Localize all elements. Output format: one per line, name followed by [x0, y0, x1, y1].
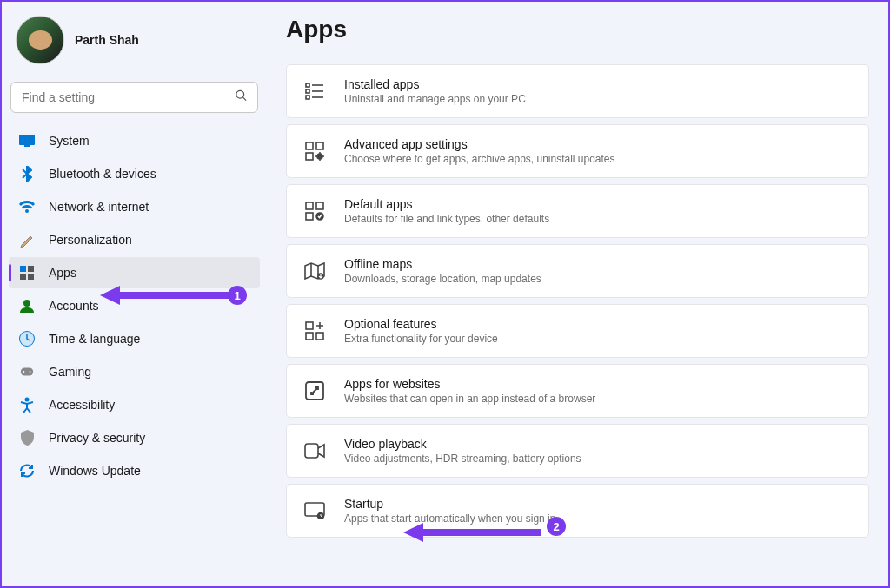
avatar — [16, 16, 64, 64]
profile-section[interactable]: Parth Shah — [9, 10, 260, 78]
sidebar-item-privacy[interactable]: Privacy & security — [9, 422, 260, 453]
map-icon — [304, 261, 325, 281]
accessibility-icon — [19, 397, 35, 413]
card-optional-features[interactable]: Optional features Extra functionality fo… — [286, 304, 869, 358]
nav-label: Personalization — [49, 233, 132, 247]
update-icon — [19, 463, 35, 479]
search-box — [10, 82, 258, 113]
user-name: Parth Shah — [75, 33, 139, 47]
display-icon — [19, 133, 35, 149]
card-default-apps[interactable]: Default apps Defaults for file and link … — [286, 184, 869, 238]
sidebar-item-accessibility[interactable]: Accessibility — [9, 389, 260, 420]
link-icon — [304, 380, 325, 401]
card-subtitle: Extra functionality for your device — [344, 333, 498, 345]
svg-point-0 — [236, 90, 244, 98]
card-title: Default apps — [344, 197, 549, 211]
card-title: Installed apps — [344, 77, 526, 91]
annotation-arrow-2 — [402, 521, 541, 544]
sidebar-item-bluetooth[interactable]: Bluetooth & devices — [9, 158, 260, 189]
nav-label: Accessibility — [49, 398, 115, 412]
grid-check-icon — [304, 201, 325, 221]
sidebar-item-gaming[interactable]: Gaming — [9, 356, 260, 387]
card-title: Offline maps — [344, 257, 541, 271]
list-icon — [304, 81, 325, 102]
svg-rect-25 — [306, 202, 313, 209]
sidebar-item-update[interactable]: Windows Update — [9, 455, 260, 486]
svg-rect-3 — [24, 145, 30, 147]
annotation-badge-2: 2 — [547, 517, 566, 536]
card-subtitle: Video adjustments, HDR streaming, batter… — [344, 453, 581, 465]
nav-label: Windows Update — [49, 464, 141, 478]
card-video-playback[interactable]: Video playback Video adjustments, HDR st… — [286, 424, 869, 478]
svg-point-12 — [23, 371, 25, 373]
svg-rect-16 — [306, 89, 309, 93]
wifi-icon — [19, 199, 35, 215]
svg-rect-22 — [316, 142, 323, 149]
card-title: Advanced app settings — [344, 137, 615, 151]
svg-rect-2 — [19, 135, 35, 145]
card-subtitle: Downloads, storage location, map updates — [344, 273, 541, 285]
svg-rect-31 — [306, 333, 313, 340]
card-subtitle: Defaults for file and link types, other … — [344, 213, 549, 225]
nav-label: Gaming — [49, 365, 91, 379]
sidebar-item-system[interactable]: System — [9, 125, 260, 156]
annotation-badge-1: 1 — [228, 286, 247, 305]
sidebar-item-network[interactable]: Network & internet — [9, 191, 260, 222]
card-apps-for-websites[interactable]: Apps for websites Websites that can open… — [286, 364, 869, 418]
card-title: Startup — [344, 497, 555, 511]
nav-label: Accounts — [49, 299, 99, 313]
svg-point-8 — [23, 300, 30, 307]
svg-rect-30 — [306, 322, 313, 329]
svg-rect-6 — [20, 274, 26, 280]
person-icon — [19, 298, 35, 314]
card-startup[interactable]: Startup Apps that start automatically wh… — [286, 484, 869, 538]
nav-label: Bluetooth & devices — [49, 167, 156, 181]
svg-rect-21 — [306, 142, 313, 149]
sidebar-item-time[interactable]: Time & language — [9, 323, 260, 354]
svg-rect-27 — [306, 213, 313, 220]
nav-label: System — [49, 134, 90, 148]
shield-icon — [19, 430, 35, 446]
svg-point-13 — [30, 371, 31, 373]
svg-rect-11 — [21, 368, 33, 376]
svg-rect-5 — [28, 266, 34, 272]
svg-rect-17 — [306, 96, 309, 99]
card-title: Apps for websites — [344, 377, 595, 391]
svg-point-24 — [317, 154, 322, 159]
card-offline-maps[interactable]: Offline maps Downloads, storage location… — [286, 244, 869, 298]
page-title: Apps — [286, 16, 869, 43]
sidebar-item-personalization[interactable]: Personalization — [9, 224, 260, 255]
svg-rect-7 — [28, 274, 34, 280]
nav-label: Network & internet — [49, 200, 149, 214]
bluetooth-icon — [19, 166, 35, 182]
svg-rect-15 — [306, 83, 309, 87]
card-subtitle: Websites that can open in an app instead… — [344, 393, 595, 405]
grid-gear-icon — [304, 141, 325, 162]
svg-rect-34 — [305, 444, 318, 458]
gamepad-icon — [19, 364, 35, 380]
search-icon[interactable] — [235, 89, 248, 106]
svg-line-1 — [242, 97, 246, 101]
card-installed-apps[interactable]: Installed apps Uninstall and manage apps… — [286, 64, 869, 118]
annotation-arrow-1 — [98, 284, 229, 307]
card-title: Optional features — [344, 317, 498, 331]
nav-label: Privacy & security — [49, 431, 145, 445]
brush-icon — [19, 232, 35, 248]
svg-rect-26 — [316, 202, 323, 209]
svg-rect-23 — [306, 153, 313, 160]
nav-label: Time & language — [49, 332, 140, 346]
svg-point-14 — [25, 398, 30, 402]
main-panel: Apps Installed apps Uninstall and manage… — [267, 2, 888, 586]
card-subtitle: Uninstall and manage apps on your PC — [344, 93, 526, 105]
grid-plus-icon — [304, 320, 325, 341]
search-input[interactable] — [10, 82, 258, 113]
startup-icon — [304, 500, 325, 521]
svg-rect-32 — [316, 333, 323, 340]
apps-icon — [19, 265, 35, 281]
card-list: Installed apps Uninstall and manage apps… — [286, 64, 869, 538]
card-advanced-app-settings[interactable]: Advanced app settings Choose where to ge… — [286, 124, 869, 178]
card-title: Video playback — [344, 437, 581, 451]
video-icon — [304, 440, 325, 461]
clock-icon — [19, 331, 35, 347]
card-subtitle: Choose where to get apps, archive apps, … — [344, 153, 615, 165]
